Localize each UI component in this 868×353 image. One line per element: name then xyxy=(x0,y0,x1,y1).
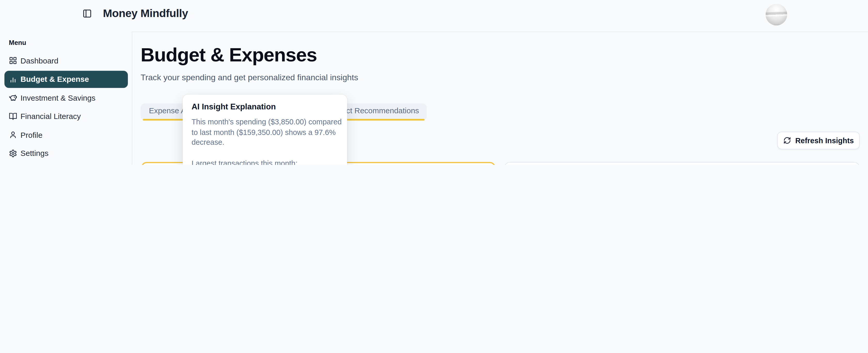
sidebar-item-dashboard[interactable]: Dashboard xyxy=(4,52,128,69)
sidebar-item-budget-expense[interactable]: Budget & Expense xyxy=(4,70,128,87)
popover-title: AI Insight Explanation xyxy=(191,102,338,111)
popover-line: to last month ($159,350.00) shows a 97.6… xyxy=(191,128,338,138)
ai-insight-popover: AI Insight Explanation This month's spen… xyxy=(183,95,347,165)
sidebar-section-label: Menu xyxy=(9,39,26,46)
popover-line: decrease. xyxy=(191,138,338,148)
popover-paragraph-comparison: This month's spending ($3,850.00) compar… xyxy=(191,117,338,148)
app-root: Money Mindfully Menu Dashboard Budget & … xyxy=(0,0,868,165)
refresh-icon xyxy=(783,137,791,144)
layout-grid-icon xyxy=(9,57,17,65)
sidebar-toggle-icon[interactable] xyxy=(83,9,92,18)
gear-icon xyxy=(9,149,17,157)
book-open-icon xyxy=(9,112,17,120)
sidebar: Menu Dashboard Budget & Expense Investme… xyxy=(0,32,132,165)
app-title: Money Mindfully xyxy=(103,7,188,20)
sidebar-item-label: Settings xyxy=(21,149,48,157)
sidebar-item-financial-literacy[interactable]: Financial Literacy xyxy=(4,108,128,125)
page-subtitle: Track your spending and get personalized… xyxy=(141,72,358,82)
sidebar-item-label: Profile xyxy=(21,130,42,139)
top-header: Money Mindfully xyxy=(0,0,868,32)
sidebar-item-settings[interactable]: Settings xyxy=(4,144,128,162)
popover-line: Largest transactions this month: xyxy=(191,158,338,165)
bar-chart-icon xyxy=(9,75,17,83)
refresh-button-label: Refresh Insights xyxy=(795,136,854,144)
page-title: Budget & Expenses xyxy=(141,44,317,66)
sidebar-item-label: Investment & Savings xyxy=(21,93,95,102)
popover-line: This month's spending ($3,850.00) compar… xyxy=(191,117,338,128)
popover-paragraph-transactions: Largest transactions this month: • Medic… xyxy=(191,158,338,165)
avatar[interactable] xyxy=(766,4,787,26)
sidebar-item-profile[interactable]: Profile xyxy=(4,126,128,143)
sidebar-item-label: Financial Literacy xyxy=(21,112,81,120)
sidebar-item-label: Dashboard xyxy=(21,56,58,65)
sidebar-item-investment-savings[interactable]: Investment & Savings xyxy=(4,89,128,106)
sidebar-item-label: Budget & Expense xyxy=(21,75,89,83)
refresh-insights-button[interactable]: Refresh Insights xyxy=(777,132,860,149)
piggy-bank-icon xyxy=(9,94,17,102)
insight-card-category-breakdown: Category Breakdown Your highest spending… xyxy=(504,162,860,165)
user-icon xyxy=(9,131,17,139)
sidebar-nav: Dashboard Budget & Expense Investment & … xyxy=(4,52,128,163)
